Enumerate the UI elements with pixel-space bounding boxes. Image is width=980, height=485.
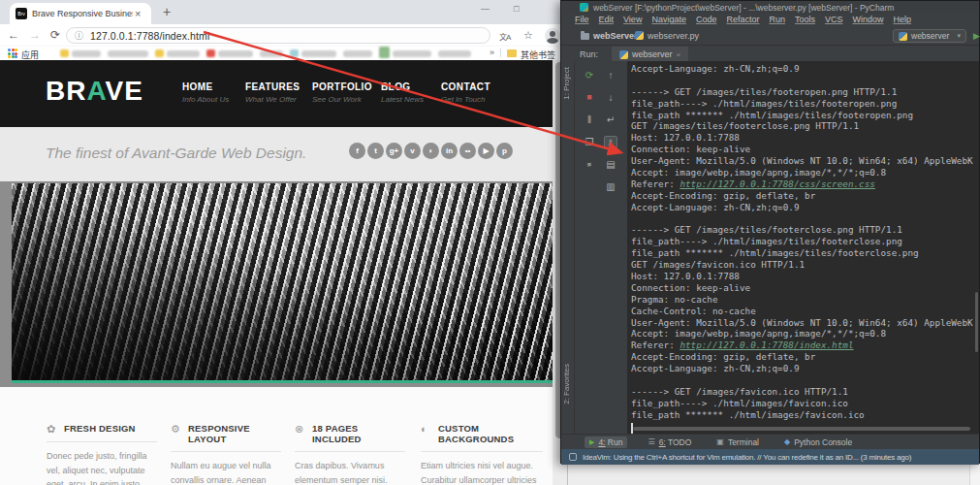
social-icon[interactable]: f — [349, 143, 365, 159]
toolbar-icon[interactable]: ⟳ — [583, 69, 596, 81]
browser-toolbar: ← → ⟳ ⓘ 127.0.0.1:7788/index.html 文A ☆ — [0, 24, 567, 47]
nav-item[interactable]: PORTFOLIO See Our Work — [312, 81, 372, 104]
console-link[interactable]: http://127.0.0.1:7788/index.html — [680, 340, 853, 350]
bookmark-item[interactable] — [155, 48, 200, 58]
toolbar-icon[interactable]: ❐ — [583, 136, 596, 148]
toolbar-icon[interactable]: ■ — [583, 91, 596, 104]
feature-text: Cras dapibus. Vivamus elementum semper n… — [295, 459, 405, 485]
close-icon[interactable]: × — [677, 50, 681, 59]
bookmark-item[interactable] — [379, 48, 431, 58]
folder-icon — [581, 33, 589, 40]
bookmark-item[interactable] — [260, 48, 283, 58]
screen: ▼ Brv Brave Responsive Business Te × + —… — [0, 0, 980, 485]
pycharm-title-bar[interactable]: webServer [F:\pythonProject\webServer] -… — [561, 1, 979, 14]
background-scrollbar[interactable]: ▼ — [969, 464, 980, 485]
run-button[interactable]: ▶ — [973, 31, 980, 41]
toolbar-icon[interactable]: ↑ — [604, 69, 617, 81]
python-file-icon — [635, 31, 644, 40]
tool-tab[interactable]: 6: TODO — [643, 436, 696, 448]
toolbar-icon[interactable]: ⌖ — [581, 155, 599, 174]
breadcrumb-file[interactable]: webserver.py — [635, 31, 699, 41]
menu-item[interactable]: Help — [894, 15, 912, 24]
tab-title: Brave Responsive Business Te — [32, 9, 133, 18]
menu-item[interactable]: Window — [853, 15, 884, 24]
run-tab[interactable]: webserver × — [612, 47, 688, 62]
toolbar-icon[interactable]: ‖ — [583, 113, 596, 126]
toolbar-icon[interactable]: ↵ — [604, 113, 617, 126]
tool-tab[interactable]: Python Console — [779, 436, 857, 448]
social-icon[interactable]: t — [367, 143, 384, 159]
browser-tab[interactable]: Brv Brave Responsive Business Te × — [10, 3, 151, 24]
nav-item[interactable]: FEATURES What We Offer — [245, 81, 300, 104]
pycharm-window-title: webServer [F:\pythonProject\webServer] -… — [593, 3, 894, 13]
social-icon[interactable]: p — [496, 143, 513, 159]
new-tab-button[interactable]: + — [163, 4, 171, 19]
address-bar[interactable]: ⓘ 127.0.0.1:7788/index.html — [66, 27, 490, 44]
bookmark-item[interactable] — [343, 48, 372, 58]
favorites-tool-button[interactable]: 2: Favorites — [562, 364, 571, 404]
apps-grid-icon[interactable] — [8, 48, 17, 58]
toolbar-icon[interactable]: ▥ — [604, 180, 617, 193]
status-message[interactable]: IdeaVim: Using the Ctrl+A shortcut for V… — [583, 453, 911, 462]
social-icon[interactable]: ▶ — [478, 143, 494, 159]
social-icon[interactable]: g+ — [386, 143, 402, 159]
bookmark-item[interactable] — [108, 48, 148, 58]
profile-avatar[interactable] — [545, 28, 560, 44]
hero-section — [0, 181, 553, 387]
console-line: Referer: http://127.0.0.1:7788/css/scree… — [631, 178, 979, 190]
url-text[interactable]: 127.0.0.1:7788/index.html — [90, 30, 209, 42]
bookmark-item[interactable] — [206, 48, 253, 58]
feature-title: FRESH DESIGN — [64, 424, 136, 435]
translate-icon[interactable]: 文A — [499, 31, 510, 42]
bookmark-item[interactable] — [290, 48, 336, 58]
social-icon[interactable]: •• — [459, 143, 476, 159]
window-maximize-button[interactable]: □ — [514, 4, 519, 14]
console-line: file_path ******* ./html/images/tiles/fo… — [631, 247, 979, 259]
event-log-icon[interactable] — [569, 453, 577, 461]
console-horizontal-scrollbar[interactable] — [633, 427, 970, 431]
tab-close-icon[interactable]: × — [135, 8, 141, 19]
tool-tab[interactable]: Terminal — [711, 436, 764, 448]
menu-item[interactable]: View — [623, 15, 642, 24]
console-vertical-scrollbar[interactable] — [975, 292, 978, 352]
social-icon[interactable]: v — [404, 143, 421, 159]
console-line: Host: 127.0.0.1:7788 — [631, 132, 979, 144]
bookmark-item[interactable] — [438, 48, 471, 58]
menu-item[interactable]: Tools — [795, 15, 815, 24]
social-icon[interactable]: in — [441, 143, 458, 159]
toolbar-icon[interactable]: ▤ — [604, 158, 617, 171]
back-button[interactable]: ← — [8, 28, 19, 42]
folder-icon — [507, 49, 517, 57]
feature-text: Donec pede justo, fringilla vel, aliquet… — [47, 449, 157, 485]
divider — [47, 441, 157, 442]
bookmark-star-icon[interactable]: ☆ — [523, 29, 533, 42]
run-configuration-select[interactable]: webserver ▾ — [893, 29, 966, 43]
menu-item[interactable]: VCS — [825, 15, 843, 24]
social-icon[interactable]: ◗ — [423, 143, 439, 159]
site-header: BRAVE HOME Info About Us FEATURES What W… — [0, 60, 553, 127]
forward-button[interactable]: → — [29, 28, 41, 42]
menu-item[interactable]: Edit — [599, 15, 615, 24]
console-line: file_path----> ./html/images/tiles/foote… — [631, 98, 979, 110]
nav-item[interactable]: CONTACT Get In Touch — [441, 81, 490, 104]
console-link[interactable]: http://127.0.0.1:7788/css/screen.css — [680, 178, 875, 189]
run-console[interactable]: Accept-Language: zh-CN,zh;q=0.9 ------> … — [627, 61, 979, 434]
project-tool-button[interactable]: 1: Project — [562, 67, 571, 100]
menu-item[interactable]: Refactor — [726, 15, 759, 24]
toolbar-icon[interactable]: ⇓ — [604, 136, 617, 148]
bookmark-item[interactable] — [60, 48, 101, 58]
menu-item[interactable]: Navigate — [651, 15, 686, 24]
nav-item[interactable]: HOME Info About Us — [182, 81, 229, 104]
tool-tab[interactable]: 4: Run — [585, 436, 627, 448]
toolbar-icon[interactable]: ↓ — [604, 91, 617, 104]
bookmarks-overflow-icon[interactable]: » — [490, 48, 494, 57]
breadcrumb-project[interactable]: webServer — [581, 31, 638, 41]
nav-item[interactable]: BLOG Latest News — [381, 81, 424, 104]
menu-item[interactable]: Run — [769, 15, 785, 24]
reload-button[interactable]: ⟳ — [50, 28, 60, 42]
menu-item[interactable]: Code — [696, 15, 717, 24]
tool-window-strip: 1: Project 2: Favorites — [561, 61, 575, 434]
window-minimize-button[interactable]: — — [481, 4, 490, 14]
menu-item[interactable]: File — [575, 15, 589, 24]
site-info-icon[interactable]: ⓘ — [75, 29, 83, 42]
